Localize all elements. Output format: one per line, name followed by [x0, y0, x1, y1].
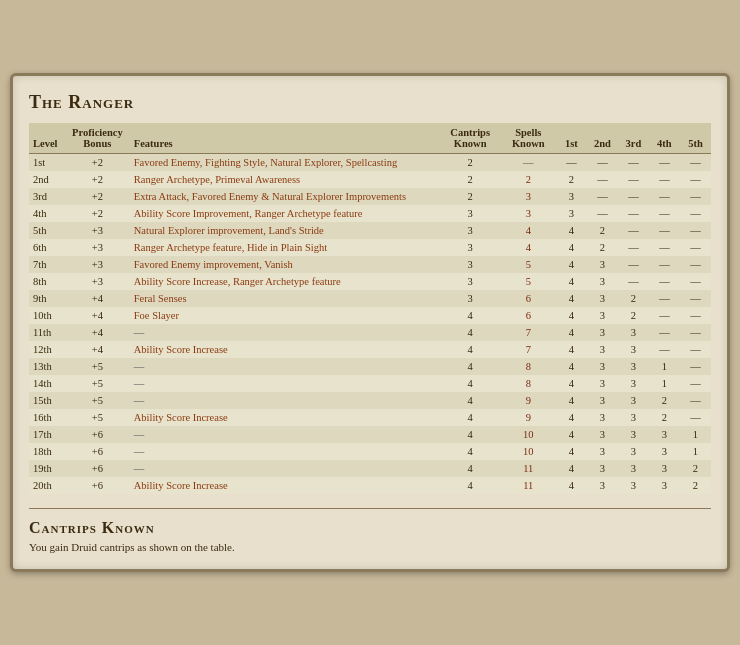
cell-s4: —: [649, 290, 680, 307]
cell-s3: 3: [618, 392, 649, 409]
cell-s2: 3: [587, 477, 618, 494]
cell-features: Ability Score Increase: [130, 409, 440, 426]
cell-prof: +3: [65, 273, 130, 290]
cell-s4: —: [649, 341, 680, 358]
header-5th: 5th: [680, 123, 711, 154]
cell-features: —: [130, 460, 440, 477]
cell-spells: 7: [501, 341, 556, 358]
cell-s5: —: [680, 324, 711, 341]
header-2nd: 2nd: [587, 123, 618, 154]
cell-s5: —: [680, 375, 711, 392]
cell-s4: 2: [649, 392, 680, 409]
cell-s2: 3: [587, 375, 618, 392]
cell-spells: 8: [501, 375, 556, 392]
cell-prof: +3: [65, 256, 130, 273]
cell-cantrips: 4: [440, 426, 501, 443]
header-1st: 1st: [556, 123, 587, 154]
cell-cantrips: 4: [440, 307, 501, 324]
cell-s4: 1: [649, 358, 680, 375]
cell-level: 6th: [29, 239, 65, 256]
header-level: Level: [29, 123, 65, 154]
table-row: 11th +4 — 4 7 4 3 3 — —: [29, 324, 711, 341]
table-row: 4th +2 Ability Score Improvement, Ranger…: [29, 205, 711, 222]
cell-level: 18th: [29, 443, 65, 460]
cell-prof: +3: [65, 239, 130, 256]
cell-s5: —: [680, 256, 711, 273]
cell-s1: 3: [556, 188, 587, 205]
cell-s3: 3: [618, 341, 649, 358]
cell-features: Ability Score Increase: [130, 477, 440, 494]
cell-cantrips: 3: [440, 290, 501, 307]
cell-s3: 3: [618, 358, 649, 375]
cell-cantrips: 4: [440, 392, 501, 409]
cell-s1: 4: [556, 290, 587, 307]
cell-spells: 9: [501, 392, 556, 409]
cell-features: Feral Senses: [130, 290, 440, 307]
table-row: 1st +2 Favored Enemy, Fighting Style, Na…: [29, 154, 711, 172]
cell-s4: —: [649, 256, 680, 273]
cell-s2: 2: [587, 222, 618, 239]
cell-s2: 3: [587, 460, 618, 477]
cell-s4: 3: [649, 426, 680, 443]
cell-s5: —: [680, 188, 711, 205]
cell-features: —: [130, 375, 440, 392]
cell-level: 3rd: [29, 188, 65, 205]
cell-s4: —: [649, 239, 680, 256]
cell-s3: —: [618, 273, 649, 290]
table-row: 7th +3 Favored Enemy improvement, Vanish…: [29, 256, 711, 273]
cell-features: Natural Explorer improvement, Land's Str…: [130, 222, 440, 239]
header-prof: ProficiencyBonus: [65, 123, 130, 154]
cell-features: Extra Attack, Favored Enemy & Natural Ex…: [130, 188, 440, 205]
cell-features: Ability Score Improvement, Ranger Archet…: [130, 205, 440, 222]
cell-prof: +5: [65, 409, 130, 426]
cell-spells: 5: [501, 273, 556, 290]
cell-s5: —: [680, 307, 711, 324]
cell-s5: —: [680, 392, 711, 409]
cell-level: 16th: [29, 409, 65, 426]
cell-cantrips: 4: [440, 477, 501, 494]
cell-s2: 3: [587, 426, 618, 443]
cell-s3: —: [618, 171, 649, 188]
cell-level: 11th: [29, 324, 65, 341]
cell-s3: —: [618, 239, 649, 256]
cell-s4: —: [649, 205, 680, 222]
cell-features: Favored Enemy improvement, Vanish: [130, 256, 440, 273]
cell-s1: 4: [556, 307, 587, 324]
cell-s1: 4: [556, 256, 587, 273]
cell-s5: —: [680, 205, 711, 222]
cell-prof: +4: [65, 324, 130, 341]
cell-s2: 3: [587, 358, 618, 375]
cell-features: —: [130, 426, 440, 443]
cell-s3: 2: [618, 290, 649, 307]
cell-level: 2nd: [29, 171, 65, 188]
cell-s1: 2: [556, 171, 587, 188]
cell-features: —: [130, 358, 440, 375]
cell-s2: 3: [587, 324, 618, 341]
cell-s1: 4: [556, 375, 587, 392]
cell-spells: 11: [501, 460, 556, 477]
header-3rd: 3rd: [618, 123, 649, 154]
table-row: 2nd +2 Ranger Archetype, Primeval Awaren…: [29, 171, 711, 188]
table-row: 17th +6 — 4 10 4 3 3 3 1: [29, 426, 711, 443]
cell-spells: 4: [501, 239, 556, 256]
cell-level: 1st: [29, 154, 65, 172]
cell-s2: 3: [587, 341, 618, 358]
cell-level: 7th: [29, 256, 65, 273]
cell-s4: —: [649, 307, 680, 324]
table-row: 19th +6 — 4 11 4 3 3 3 2: [29, 460, 711, 477]
cell-s3: 3: [618, 460, 649, 477]
cell-level: 20th: [29, 477, 65, 494]
cell-spells: 3: [501, 205, 556, 222]
cell-s2: 3: [587, 307, 618, 324]
table-row: 9th +4 Feral Senses 3 6 4 3 2 — —: [29, 290, 711, 307]
header-cantrips: CantripsKnown: [440, 123, 501, 154]
cell-s3: —: [618, 154, 649, 172]
cell-prof: +2: [65, 205, 130, 222]
cell-s2: —: [587, 188, 618, 205]
page-title: The Ranger: [29, 92, 711, 113]
cell-s3: —: [618, 222, 649, 239]
cell-prof: +2: [65, 154, 130, 172]
table-row: 10th +4 Foe Slayer 4 6 4 3 2 — —: [29, 307, 711, 324]
header-features: Features: [130, 123, 440, 154]
table-row: 3rd +2 Extra Attack, Favored Enemy & Nat…: [29, 188, 711, 205]
